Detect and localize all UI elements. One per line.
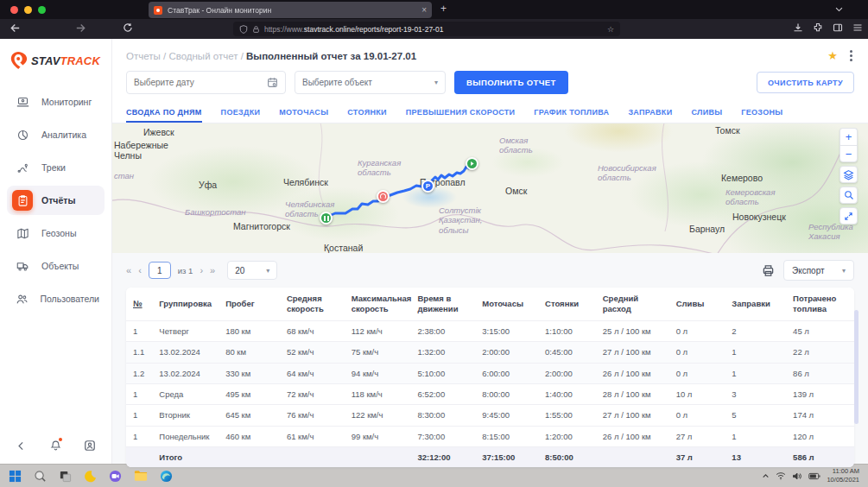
map-region-label: стан [114, 171, 134, 180]
sidebar-item-tracks[interactable]: Треки [7, 153, 105, 182]
table-cell: 52 км/ч [280, 342, 345, 363]
tab-summary-by-days[interactable]: СВОДКА ПО ДНЯМ [126, 103, 202, 123]
last-page-button[interactable]: » [210, 265, 215, 275]
table-cell: Итого [152, 447, 219, 468]
calendar-icon[interactable] [267, 77, 278, 88]
tracking-shield-icon[interactable] [239, 25, 248, 34]
table-total-row[interactable]: Итого32:12:0037:15:008:50:0037 л13586 л [126, 447, 854, 468]
tab-geozones[interactable]: ГЕОЗОНЫ [741, 103, 782, 123]
tab-engine-hours[interactable]: МОТОЧАСЫ [279, 103, 328, 123]
sidebar-item-geozones[interactable]: Геозоны [7, 218, 105, 248]
minimize-window-button[interactable] [24, 6, 32, 14]
breadcrumb-summary-report[interactable]: Сводный отчет [168, 51, 238, 61]
map-layers-button[interactable] [839, 166, 858, 183]
table-cell: Понедельник [152, 426, 219, 446]
lock-icon[interactable] [252, 25, 260, 34]
tab-fuel-chart[interactable]: ГРАФИК ТОПЛИВА [534, 103, 609, 123]
downloads-icon[interactable] [793, 22, 803, 33]
url-bar[interactable]: https://www.stavtrack.online/reports/rep… [233, 22, 620, 36]
taskbar-search-icon[interactable] [34, 470, 47, 483]
table-row[interactable]: 1Вторник645 км76 км/ч122 км/ч8:30:009:45… [126, 405, 854, 426]
table-row[interactable]: 1Четверг180 км68 км/ч112 км/ч2:38:003:15… [126, 320, 854, 341]
notifications-bell-icon[interactable] [50, 440, 61, 452]
start-button-icon[interactable] [9, 470, 22, 483]
clear-map-button[interactable]: ОЧИСТИТЬ КАРТУ [757, 72, 854, 93]
extensions-icon[interactable] [813, 22, 823, 33]
volume-icon[interactable] [792, 471, 802, 481]
tab-parkings[interactable]: СТОЯНКИ [347, 103, 386, 123]
tab-drains[interactable]: СЛИВЫ [691, 103, 722, 123]
table-row[interactable]: 1Среда495 км72 км/ч118 км/ч6:52:008:00:0… [126, 383, 854, 404]
table-cell [345, 447, 411, 468]
maximize-window-button[interactable] [38, 6, 46, 14]
filter-row: Выберите объект ▾ ВЫПОЛНИТЬ ОТЧЕТ ОЧИСТИ… [112, 69, 868, 103]
print-icon[interactable] [762, 264, 775, 277]
sidebar-item-monitoring[interactable]: Мониторинг [7, 87, 105, 117]
window-controls[interactable] [10, 6, 46, 14]
page-number-input[interactable]: 1 [149, 262, 171, 279]
video-chat-app-icon[interactable] [109, 470, 122, 483]
object-select[interactable]: Выберите объект ▾ [295, 71, 446, 94]
battery-icon[interactable] [808, 472, 820, 480]
sidebar-panel-icon[interactable] [833, 22, 843, 33]
map-search-button[interactable] [839, 187, 858, 204]
table-row[interactable]: 1Понедельник460 км61 км/ч99 км/ч7:30:008… [126, 426, 854, 446]
table-cell: 645 км [219, 405, 280, 426]
taskbar: 11:00 AM 10/05/2021 [0, 464, 868, 487]
favorite-star-icon[interactable]: ★ [827, 49, 838, 62]
browser-tab[interactable]: СтавТрак - Онлайн мониторин × [149, 2, 432, 18]
collapse-sidebar-icon[interactable] [16, 440, 27, 452]
table-cell: 2:38:00 [410, 320, 475, 341]
date-picker-field[interactable] [126, 71, 286, 94]
task-view-icon[interactable] [59, 470, 72, 483]
edge-browser-icon[interactable] [160, 470, 173, 483]
forward-button[interactable] [76, 22, 87, 34]
sidebar-item-analytics[interactable]: Аналитика [7, 120, 105, 149]
prev-page-button[interactable]: ‹ [138, 265, 142, 275]
select-chevron-icon: ▾ [266, 267, 269, 275]
scrollbar-thumb[interactable] [854, 310, 858, 424]
tab-trips[interactable]: ПОЕЗДКИ [221, 103, 261, 123]
refresh-button[interactable] [123, 22, 133, 33]
map-marker-parking[interactable]: P [421, 180, 434, 193]
back-button[interactable] [9, 22, 20, 34]
tab-speeding[interactable]: ПРЕВЫШЕНИЯ СКОРОСТИ [406, 103, 516, 123]
export-select[interactable]: Экспорт ▾ [783, 260, 854, 281]
tab-close-icon[interactable]: × [421, 6, 427, 15]
sidebar-item-reports[interactable]: Отчёты [7, 186, 105, 215]
tab-refuels[interactable]: ЗАПРАВКИ [628, 103, 672, 123]
next-page-button[interactable]: › [200, 265, 203, 275]
new-tab-button[interactable]: + [440, 3, 447, 15]
map-zoom-out-button[interactable]: − [839, 145, 858, 162]
map-marker-play[interactable] [466, 157, 478, 170]
table-cell: 2:00:00 [538, 363, 596, 383]
table-cell [219, 447, 280, 468]
close-window-button[interactable] [10, 6, 18, 14]
date-input[interactable] [134, 78, 246, 87]
bookmark-star-icon[interactable]: ☆ [607, 25, 614, 34]
table-cell: 45 л [786, 320, 854, 341]
run-report-button[interactable]: ВЫПОЛНИТЬ ОТЧЕТ [454, 71, 568, 94]
table-cell: 139 л [786, 383, 854, 404]
more-options-kebab-icon[interactable] [848, 48, 854, 63]
file-explorer-icon[interactable] [134, 470, 148, 482]
wifi-icon[interactable] [776, 471, 786, 480]
table-row[interactable]: 1.113.02.202480 км52 км/ч75 км/ч1:32:002… [126, 342, 854, 363]
table-row[interactable]: 1.213.02.2024330 км64 км/ч94 км/ч5:10:00… [126, 363, 854, 383]
map-marker-event[interactable] [377, 190, 390, 203]
sidebar-item-users[interactable]: Пользователи [7, 284, 105, 313]
first-page-button[interactable]: « [126, 265, 131, 275]
sidebar-item-objects[interactable]: Объекты [7, 251, 105, 281]
map-marker-pause[interactable] [320, 212, 333, 225]
tray-chevron-icon[interactable] [762, 472, 770, 480]
map-zoom-in-button[interactable]: + [839, 128, 858, 145]
page-size-select[interactable]: 20 ▾ [227, 261, 277, 280]
breadcrumb-reports[interactable]: Отчеты [126, 51, 161, 61]
account-icon[interactable] [84, 440, 96, 452]
menu-hamburger-icon[interactable] [852, 22, 863, 33]
tab-list-chevron-icon[interactable] [834, 4, 844, 14]
night-app-icon[interactable] [84, 470, 97, 483]
map[interactable]: +− ИжевскНабережные ЧелныУфаЧелябинскМаг… [112, 123, 868, 253]
taskbar-clock[interactable]: 11:00 AM 10/05/2021 [827, 467, 859, 484]
stavtrack-logo[interactable]: STAVTRACK [0, 39, 111, 84]
